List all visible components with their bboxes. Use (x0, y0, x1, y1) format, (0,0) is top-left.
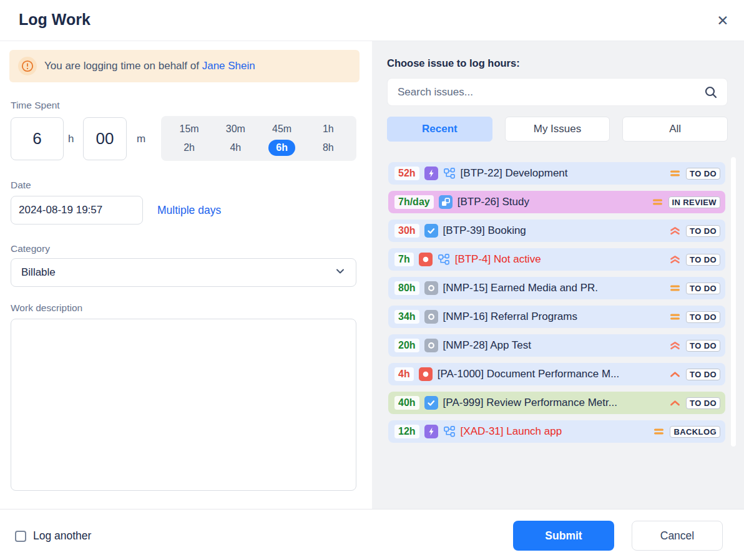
preset-45m[interactable]: 45m (265, 121, 299, 137)
dialog-header: Log Work ✕ (0, 0, 744, 41)
priority-highest-icon (669, 225, 681, 236)
log-another-checkbox[interactable] (15, 531, 26, 542)
issue-row[interactable]: 52h[BTP-22] DevelopmentTO DO (388, 162, 725, 185)
generic-type-icon (424, 339, 438, 352)
issue-row[interactable]: 80h[NMP-15] Earned Media and PR.TO DO (388, 277, 725, 299)
work-description-input[interactable] (11, 319, 356, 491)
status-badge: IN REVIEW (668, 196, 721, 208)
issue-title: [BTP-4] Not active (455, 253, 664, 266)
chevron-down-icon (335, 266, 346, 280)
priority-high-icon (669, 397, 681, 408)
issue-row[interactable]: 12h[XAD-31] Launch appBACKLOG (388, 420, 725, 443)
status-badge: TO DO (686, 340, 720, 352)
preset-6h[interactable]: 6h (268, 140, 295, 156)
status-badge: TO DO (686, 369, 720, 380)
issue-title: [BTP-26] Study (458, 196, 647, 208)
category-label: Category (11, 243, 50, 254)
issue-row[interactable]: 20h[NMP-28] App TestTO DO (388, 334, 725, 357)
issue-row[interactable]: 7h/day[BTP-26] StudyIN REVIEW (388, 191, 725, 213)
subtasks-icon (443, 167, 456, 180)
log-another-label: Log another (33, 529, 91, 543)
issue-list: 52h[BTP-22] DevelopmentTO DO7h/day[BTP-2… (388, 162, 725, 443)
issue-row[interactable]: 4h[PA-1000] Document Performance M...TO … (388, 363, 725, 385)
warning-icon (18, 57, 37, 75)
issue-title: [NMP-28] App Test (443, 339, 664, 352)
priority-highest-icon (669, 254, 681, 265)
preset-2h[interactable]: 2h (176, 140, 202, 156)
behalf-warning-banner: You are logging time on behalf of Jane S… (9, 50, 360, 82)
log-work-dialog: Log Work ✕ You are logging time on behal… (0, 0, 744, 560)
issue-title: [BTP-22] Development (461, 167, 664, 180)
issue-row[interactable]: 34h[NMP-16] Referral ProgramsTO DO (388, 306, 725, 328)
search-icon[interactable] (703, 84, 719, 103)
time-presets: 15m30m45m1h2h4h6h8h (161, 116, 356, 161)
logged-hours-badge: 52h (394, 167, 419, 180)
tab-all[interactable]: All (622, 117, 728, 142)
preset-4h[interactable]: 4h (222, 140, 248, 156)
priority-medium-icon (669, 311, 681, 322)
issue-tabs: RecentMy IssuesAll (387, 117, 728, 142)
epic-type-icon (424, 167, 438, 180)
tab-my-issues[interactable]: My Issues (505, 117, 610, 142)
status-badge: TO DO (686, 254, 720, 266)
status-badge: TO DO (686, 282, 720, 294)
preset-1h[interactable]: 1h (315, 121, 341, 137)
issue-title: [PA-999] Review Performance Metr... (443, 397, 664, 409)
log-another-toggle[interactable]: Log another (15, 529, 91, 543)
logged-hours-badge: 7h/day (394, 195, 434, 209)
subtasks-icon (443, 425, 456, 438)
multiple-days-link[interactable]: Multiple days (157, 204, 221, 217)
hours-unit-label: h (68, 133, 74, 145)
issue-title: [NMP-15] Earned Media and PR. (443, 282, 664, 294)
priority-medium-icon (669, 282, 681, 294)
close-button[interactable]: ✕ (714, 12, 732, 29)
priority-medium-icon (653, 426, 665, 437)
date-input[interactable] (11, 196, 143, 224)
minutes-unit-label: m (137, 133, 145, 145)
work-description-label: Work description (11, 302, 82, 314)
tab-recent[interactable]: Recent (387, 117, 492, 142)
issue-row[interactable]: 30h[BTP-39] BookingTO DO (388, 220, 725, 242)
preset-8h[interactable]: 8h (315, 140, 341, 156)
minutes-input[interactable] (83, 117, 127, 160)
logged-hours-badge: 34h (394, 310, 419, 324)
close-icon: ✕ (717, 12, 728, 29)
status-badge: TO DO (686, 168, 720, 180)
issue-title: [PA-1000] Document Performance M... (438, 368, 664, 380)
submit-button[interactable]: Submit (513, 521, 614, 551)
date-label: Date (11, 180, 31, 191)
logged-hours-badge: 40h (394, 396, 419, 410)
issue-title: [BTP-39] Booking (443, 224, 664, 237)
cancel-button[interactable]: Cancel (632, 521, 723, 551)
logged-hours-badge: 7h (394, 253, 414, 266)
logged-hours-badge: 80h (394, 281, 419, 295)
generic-type-icon (424, 281, 438, 295)
category-value: Billable (21, 266, 335, 279)
issue-row[interactable]: 7h[BTP-4] Not activeTO DO (388, 248, 725, 271)
issue-row[interactable]: 40h[PA-999] Review Performance Metr...TO… (388, 392, 725, 414)
search-input[interactable] (387, 78, 728, 106)
category-select[interactable]: Billable (11, 258, 356, 287)
scrollbar[interactable] (731, 157, 736, 447)
task-type-icon (424, 396, 438, 410)
epic-type-icon (424, 425, 438, 438)
dialog-footer: Log another Submit Cancel (0, 509, 744, 560)
log-form-panel: You are logging time on behalf of Jane S… (0, 41, 372, 509)
task-type-icon (424, 224, 438, 238)
status-badge: TO DO (686, 397, 720, 409)
subtasks-icon (438, 253, 450, 266)
preset-15m[interactable]: 15m (172, 121, 207, 137)
logged-hours-badge: 12h (394, 425, 419, 438)
logged-hours-badge: 4h (394, 367, 414, 381)
status-badge: BACKLOG (670, 426, 720, 438)
issue-title: [NMP-16] Referral Programs (443, 311, 664, 323)
hours-input[interactable] (11, 117, 64, 160)
issue-search (387, 78, 728, 106)
behalf-user-link[interactable]: Jane Shein (202, 60, 255, 72)
issue-title: [XAD-31] Launch app (461, 425, 649, 438)
issue-picker-panel: Choose issue to log hours: RecentMy Issu… (372, 41, 744, 509)
preset-30m[interactable]: 30m (218, 121, 253, 137)
copy-type-icon (439, 195, 453, 209)
logged-hours-badge: 30h (394, 224, 419, 238)
priority-medium-icon (669, 168, 681, 179)
